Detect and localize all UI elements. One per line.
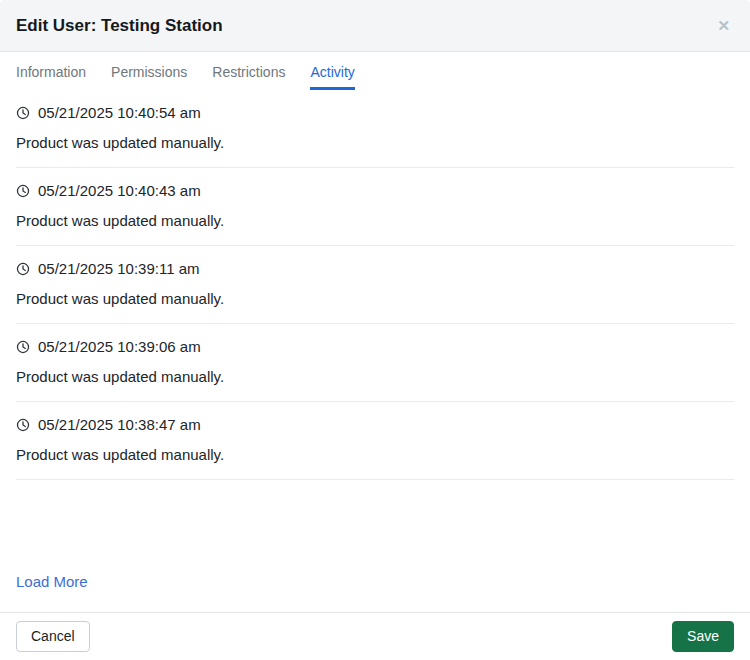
modal-header: Edit User: Testing Station ✕ (0, 0, 750, 52)
timestamp-text: 05/21/2025 10:40:43 am (38, 182, 201, 199)
tab-bar: Information Permissions Restrictions Act… (0, 52, 750, 90)
activity-message: Product was updated manually. (16, 290, 734, 307)
timestamp-text: 05/21/2025 10:39:11 am (38, 260, 200, 277)
activity-entry: 05/21/2025 10:40:43 am Product was updat… (16, 168, 734, 246)
activity-message: Product was updated manually. (16, 446, 734, 463)
activity-entry: 05/21/2025 10:39:06 am Product was updat… (16, 324, 734, 402)
save-button[interactable]: Save (672, 621, 734, 652)
activity-timestamp-row: 05/21/2025 10:38:47 am (16, 416, 734, 433)
tab-activity[interactable]: Activity (310, 52, 354, 90)
activity-entry: 05/21/2025 10:39:11 am Product was updat… (16, 246, 734, 324)
tab-information[interactable]: Information (16, 52, 86, 90)
activity-message: Product was updated manually. (16, 368, 734, 385)
clock-icon (16, 262, 30, 276)
clock-icon (16, 106, 30, 120)
tab-permissions[interactable]: Permissions (111, 52, 187, 90)
activity-entry: 05/21/2025 10:38:47 am Product was updat… (16, 402, 734, 480)
timestamp-text: 05/21/2025 10:39:06 am (38, 338, 201, 355)
clock-icon (16, 418, 30, 432)
clock-icon (16, 184, 30, 198)
activity-timestamp-row: 05/21/2025 10:39:06 am (16, 338, 734, 355)
timestamp-text: 05/21/2025 10:40:54 am (38, 104, 201, 121)
activity-timestamp-row: 05/21/2025 10:40:54 am (16, 104, 734, 121)
modal-title: Edit User: Testing Station (16, 16, 223, 36)
load-more-link[interactable]: Load More (16, 573, 88, 590)
tab-restrictions[interactable]: Restrictions (212, 52, 285, 90)
cancel-button[interactable]: Cancel (16, 621, 90, 652)
activity-list: 05/21/2025 10:40:54 am Product was updat… (0, 90, 750, 612)
activity-message: Product was updated manually. (16, 212, 734, 229)
activity-entry: 05/21/2025 10:40:54 am Product was updat… (16, 90, 734, 168)
timestamp-text: 05/21/2025 10:38:47 am (38, 416, 201, 433)
close-icon[interactable]: ✕ (713, 14, 734, 37)
activity-message: Product was updated manually. (16, 134, 734, 151)
modal-footer: Cancel Save (0, 612, 750, 660)
activity-timestamp-row: 05/21/2025 10:40:43 am (16, 182, 734, 199)
activity-timestamp-row: 05/21/2025 10:39:11 am (16, 260, 734, 277)
clock-icon (16, 340, 30, 354)
